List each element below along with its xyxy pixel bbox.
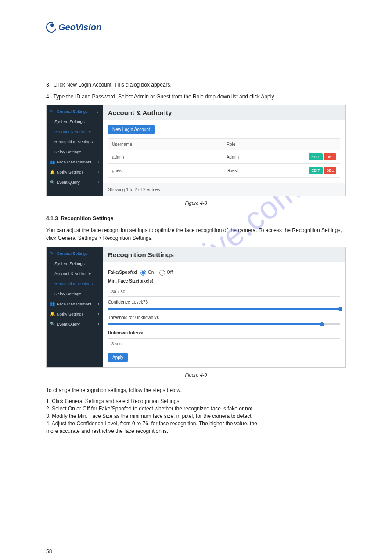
slider-thumb[interactable] — [320, 322, 324, 326]
page-number: 58 — [46, 548, 346, 555]
sidebar-system-settings[interactable]: System Settings — [47, 258, 103, 268]
chevron-left-icon: ‹ — [98, 312, 99, 316]
chevron-left-icon: ‹ — [98, 180, 99, 185]
cell-username: admin — [108, 150, 223, 164]
step-1: 1. Click General Settings and select Rec… — [46, 398, 346, 404]
unknown-interval-label: Unknown Interval — [108, 330, 340, 335]
table-header-row: Username Role — [108, 139, 340, 150]
steps-intro: To change the recognition settings, foll… — [46, 386, 346, 395]
page-title: Recognition Settings — [103, 247, 345, 262]
step-3: 3. Modify the Min. Face Size as the mini… — [46, 413, 346, 419]
edit-button[interactable]: EDIT — [309, 167, 322, 174]
users-icon: 👥 — [50, 160, 54, 164]
brand-name: GeoVision — [58, 22, 101, 33]
steps-list: 1. Click General Settings and select Rec… — [46, 398, 346, 434]
sidebar-event-query[interactable]: 🔍Event Query ‹ — [47, 319, 103, 329]
delete-button[interactable]: DEL — [324, 167, 336, 174]
sidebar-recognition-settings[interactable]: Recognition Settings — [47, 137, 103, 147]
chevron-down-icon: ⌄ — [96, 109, 99, 114]
table-row: admin Admin EDIT DEL — [108, 150, 340, 164]
sidebar-face-management[interactable]: 👥Face Management ‹ — [47, 299, 103, 309]
fake-on-radio[interactable] — [140, 270, 146, 276]
new-login-account-button[interactable]: New Login Account — [108, 125, 155, 134]
search-icon: 🔍 — [50, 180, 54, 185]
sidebar: ✎General Settings ⌄ System Settings Acco… — [47, 247, 103, 367]
sidebar-face-management[interactable]: 👥Face Management ‹ — [47, 157, 103, 167]
sidebar-relay-settings[interactable]: Relay Settings — [47, 147, 103, 157]
sidebar-account-authority[interactable]: Account & Authority — [47, 268, 103, 279]
section-desc: You can adjust the face recognition sett… — [46, 226, 346, 243]
delete-button[interactable]: DEL — [324, 153, 336, 160]
threshold-slider[interactable] — [108, 323, 340, 325]
sidebar-recognition-settings[interactable]: Recognition Settings — [47, 279, 103, 289]
chevron-left-icon: ‹ — [98, 322, 99, 326]
confidence-label: Confidence Level:76 — [108, 300, 340, 305]
step-4: 4. Type the ID and Password. Select Admi… — [46, 93, 346, 101]
cell-role: Admin — [223, 150, 305, 164]
table-entries-info: Showing 1 to 2 of 2 entries — [103, 183, 345, 196]
bell-icon: 🔔 — [50, 312, 54, 316]
min-face-input[interactable]: 80 x 80 — [108, 287, 340, 297]
edit-icon: ✎ — [50, 109, 54, 114]
unknown-interval-input[interactable]: 3 sec — [108, 338, 340, 348]
sidebar-general-settings[interactable]: ✎General Settings ⌄ — [47, 106, 103, 116]
sidebar-relay-settings[interactable]: Relay Settings — [47, 289, 103, 299]
min-face-label: Min. Face Size(pixels) — [108, 279, 340, 283]
edit-button[interactable]: EDIT — [309, 153, 322, 160]
figure-caption-2: Figure 4-9 — [46, 372, 346, 377]
edit-icon: ✎ — [50, 251, 54, 255]
cell-role: Guest — [223, 164, 305, 178]
cell-username: guest — [108, 164, 223, 178]
fake-spoofed-row: Fake/Spoofed On Off — [108, 270, 340, 276]
step-2: 2. Select On or Off for Fake/Spoofed to … — [46, 406, 346, 412]
section-heading: 4.1.3 Recognition Settings — [46, 214, 346, 223]
chevron-left-icon: ‹ — [98, 160, 99, 164]
sidebar-system-settings[interactable]: System Settings — [47, 116, 103, 127]
col-username: Username — [108, 139, 223, 150]
sidebar-general-settings[interactable]: ✎General Settings ⌄ — [47, 248, 103, 258]
sidebar-event-query[interactable]: 🔍Event Query ‹ — [47, 177, 103, 187]
users-icon: 👥 — [50, 301, 54, 306]
figure-caption-1: Figure 4-8 — [46, 200, 346, 206]
globe-icon — [44, 20, 59, 35]
sidebar: ✎General Settings ⌄ System Settings Acco… — [47, 105, 103, 196]
bell-icon: 🔔 — [50, 170, 54, 174]
step-3: 3. Click New Login Account. This dialog … — [46, 81, 346, 89]
sidebar-notify-settings[interactable]: 🔔Notify Settings ‹ — [47, 167, 103, 177]
table-row: guest Guest EDIT DEL — [108, 164, 340, 178]
slider-thumb[interactable] — [338, 307, 342, 311]
search-icon: 🔍 — [50, 322, 54, 326]
chevron-left-icon: ‹ — [98, 170, 99, 174]
threshold-label: Threshold for Unknown:70 — [108, 315, 340, 320]
step-4a: 4. Adjust the Confidence Level, from 0 t… — [46, 421, 346, 427]
sidebar-account-authority[interactable]: Account & Authority — [47, 127, 103, 137]
screenshot-recognition-settings: ✎General Settings ⌄ System Settings Acco… — [46, 247, 346, 368]
chevron-left-icon: ‹ — [98, 301, 99, 306]
step-4b: more accurate and restrictive the face r… — [46, 428, 346, 434]
chevron-down-icon: ⌄ — [96, 251, 99, 255]
screenshot-account-authority: ✎General Settings ⌄ System Settings Acco… — [46, 105, 346, 196]
fake-off-radio[interactable] — [159, 270, 165, 276]
page-title: Account & Authority — [103, 105, 345, 120]
col-role: Role — [223, 139, 305, 150]
brand-logo: GeoVision — [46, 22, 346, 33]
accounts-table: Username Role admin Admin EDIT DEL guest — [108, 138, 340, 178]
confidence-slider[interactable] — [108, 308, 340, 310]
apply-button[interactable]: Apply — [108, 353, 128, 362]
sidebar-notify-settings[interactable]: 🔔Notify Settings ‹ — [47, 309, 103, 319]
